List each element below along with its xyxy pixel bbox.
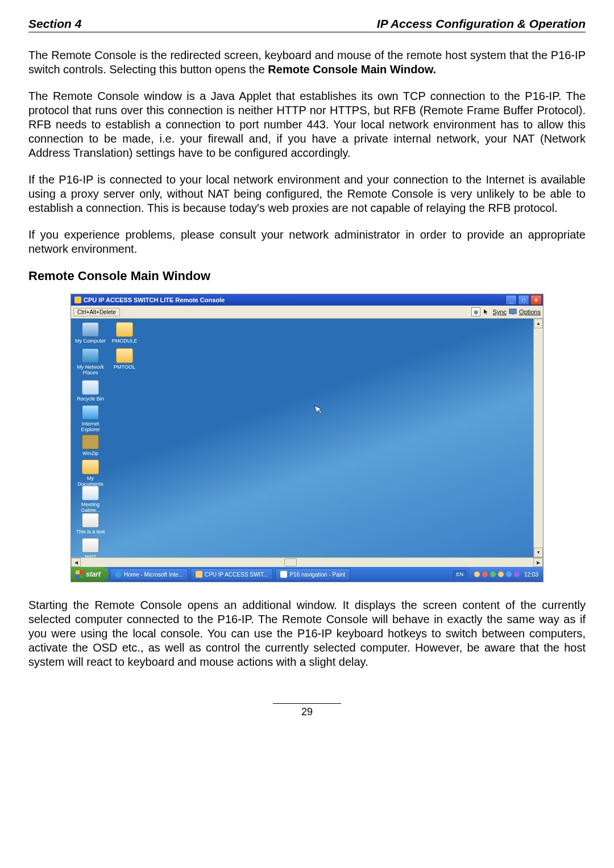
tray-icon[interactable]	[506, 571, 512, 577]
start-label: start	[86, 570, 101, 578]
icon-label: PMODULE	[109, 338, 140, 344]
icon-label: test2	[74, 554, 106, 557]
icon-label: Meeting Gatew...	[74, 502, 106, 513]
paragraph-2: The Remote Console window is a Java Appl…	[28, 89, 586, 160]
tray-clock: 12:03	[524, 571, 538, 578]
window-titlebar[interactable]: CPU IP ACCESS SWITCH LITE Remote Console…	[71, 294, 543, 306]
scroll-thumb[interactable]	[284, 558, 297, 566]
remote-taskbar: start Home - Microsoft Inte... CPU IP AC…	[71, 567, 543, 582]
sync-link[interactable]: Sync	[493, 308, 507, 315]
horizontal-scrollbar[interactable]: ◀ ▶	[71, 557, 543, 567]
ctrl-alt-delete-button[interactable]: Ctrl+Alt+Delete	[73, 308, 120, 316]
paragraph-3: If the P16-IP is connected to your local…	[28, 173, 586, 215]
recycle-bin-icon	[82, 380, 99, 395]
documents-icon	[82, 460, 99, 474]
paragraph-1: The Remote Console is the redirected scr…	[28, 48, 586, 77]
desktop-icon-my-documents[interactable]: My Documents	[74, 460, 106, 487]
remote-desktop[interactable]: My Computer PMODULE My Network Places PM…	[71, 319, 533, 557]
page-number: 29	[273, 703, 341, 718]
toolbar: Ctrl+Alt+Delete ⊕ Sync Options	[71, 306, 543, 319]
icon-label: WinZip	[74, 450, 106, 456]
taskbar-label: P16 navigation - Paint	[289, 571, 345, 578]
system-tray[interactable]: 12:03	[470, 567, 543, 582]
tray-icon[interactable]	[474, 571, 480, 577]
network-icon	[82, 348, 99, 363]
figure-remote-console-window: CPU IP ACCESS SWITCH LITE Remote Console…	[70, 294, 544, 582]
desktop-icon-pmodule[interactable]: PMODULE	[109, 322, 140, 344]
desktop-icon-winzip[interactable]: WinZip	[74, 435, 106, 456]
toolbar-left: Ctrl+Alt+Delete	[73, 308, 120, 316]
taskbar-item-paint[interactable]: P16 navigation - Paint	[275, 568, 350, 581]
close-button[interactable]: ×	[530, 295, 542, 305]
scroll-right-arrow-icon[interactable]: ▶	[533, 558, 543, 567]
tray-icon[interactable]	[490, 571, 496, 577]
icon-label: PMTOOL	[109, 364, 140, 370]
window-title: CPU IP ACCESS SWITCH LITE Remote Console	[84, 297, 505, 303]
desktop-icon-my-network[interactable]: My Network Places	[74, 348, 106, 375]
icon-label: My Computer	[74, 338, 106, 344]
tray-icon[interactable]	[514, 571, 520, 577]
scroll-track[interactable]	[534, 328, 543, 548]
scroll-track[interactable]	[81, 558, 533, 567]
desktop-icon-thisisatest[interactable]: This is a test	[74, 513, 106, 535]
toolbar-right: ⊕ Sync Options	[471, 307, 541, 316]
minimize-button[interactable]: _	[505, 295, 517, 305]
paragraph-1b-bold: Remote Console Main Window.	[268, 63, 436, 76]
remote-viewport: My Computer PMODULE My Network Places PM…	[71, 319, 543, 557]
drive-indicator-icon: ⊕	[471, 307, 480, 316]
app-icon	[82, 486, 99, 500]
folder-icon	[116, 322, 133, 337]
svg-rect-0	[509, 309, 516, 314]
desktop-icon-my-computer[interactable]: My Computer	[74, 322, 106, 344]
header-section: Section 4	[28, 17, 81, 31]
scroll-left-arrow-icon[interactable]: ◀	[71, 558, 81, 567]
icon-label: This is a test	[74, 529, 106, 535]
options-link[interactable]: Options	[519, 308, 541, 315]
icon-label: My Documents	[74, 475, 106, 487]
taskbar-label: CPU IP ACCESS SWIT...	[205, 571, 268, 578]
taskbar-item-browser[interactable]: Home - Microsoft Inte...	[110, 568, 188, 581]
header-title: IP Access Configuration & Operation	[377, 17, 586, 31]
start-button[interactable]: start	[71, 567, 109, 582]
scroll-up-arrow-icon[interactable]: ▲	[534, 319, 543, 328]
window-controls: _ □ ×	[505, 295, 542, 305]
desktop-icon-test2[interactable]: test2	[74, 538, 106, 557]
desktop-icon-pmtool[interactable]: PMTOOL	[109, 348, 140, 370]
monitor-icon	[509, 308, 517, 316]
paragraph-5: Starting the Remote Console opens an add…	[28, 598, 586, 669]
tray-icon[interactable]	[498, 571, 504, 577]
computer-icon	[82, 322, 99, 337]
taskbar-label: Home - Microsoft Inte...	[124, 571, 183, 578]
cursor-icon	[483, 308, 491, 316]
desktop-icon-internet-explorer[interactable]: Internet Explorer	[74, 405, 106, 432]
icon-label: Internet Explorer	[74, 421, 106, 432]
text-file-icon	[82, 513, 99, 528]
remote-cursor-icon	[314, 403, 325, 417]
desktop-icon-recycle-bin[interactable]: Recycle Bin	[74, 380, 106, 402]
scroll-down-arrow-icon[interactable]: ▼	[534, 548, 543, 557]
icon-label: My Network Places	[74, 364, 106, 375]
desktop-icon-meeting[interactable]: Meeting Gatew...	[74, 486, 106, 513]
app-icon	[74, 297, 81, 303]
winzip-icon	[82, 435, 99, 449]
paragraph-4: If you experience problems, please consu…	[28, 228, 586, 256]
maximize-button[interactable]: □	[518, 295, 529, 305]
folder-icon	[116, 348, 133, 363]
vertical-scrollbar[interactable]: ▲ ▼	[533, 319, 543, 557]
app-icon	[196, 571, 202, 578]
paint-icon	[280, 571, 287, 578]
taskbar-item-cpuip[interactable]: CPU IP ACCESS SWIT...	[190, 568, 273, 581]
tray-icon[interactable]	[482, 571, 488, 577]
icon-label: Recycle Bin	[74, 396, 106, 402]
windows-logo-icon	[76, 570, 84, 578]
internet-explorer-icon	[115, 571, 122, 578]
heading-remote-console: Remote Console Main Window	[28, 269, 586, 283]
svg-rect-1	[512, 314, 514, 315]
text-file-icon	[82, 538, 99, 553]
language-indicator[interactable]: EN	[453, 570, 466, 578]
internet-explorer-icon	[82, 405, 99, 420]
page-header: Section 4 IP Access Configuration & Oper…	[28, 17, 586, 32]
